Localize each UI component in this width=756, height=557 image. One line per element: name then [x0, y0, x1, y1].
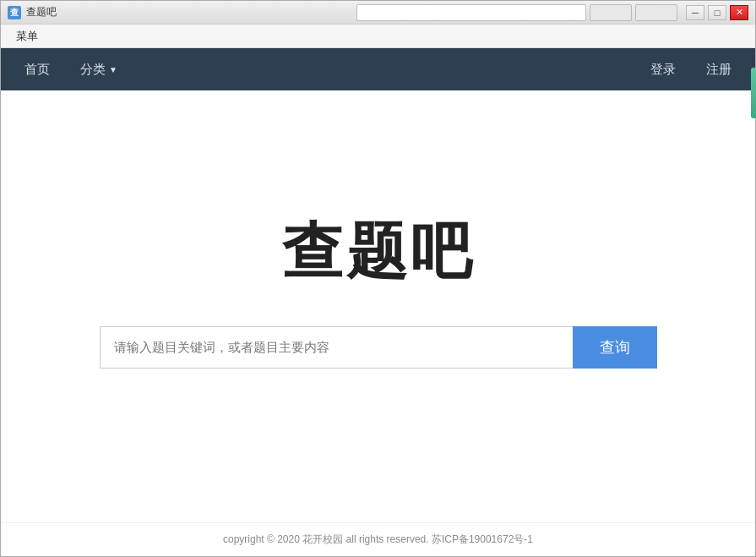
- window-controls: ─ □ ✕: [686, 5, 748, 20]
- right-edge-decoration: [751, 68, 756, 118]
- dropdown-arrow-icon: ▼: [109, 65, 117, 74]
- app-icon: 查: [8, 6, 21, 19]
- nav-right: 登录 注册: [644, 57, 738, 82]
- main-window: 查 查题吧 ─ □ ✕ 菜单 首页 分类 ▼ 登录 注册: [0, 0, 756, 557]
- window-title: 查题吧: [26, 5, 348, 19]
- nav-category-label: 分类: [80, 62, 106, 78]
- nav-login[interactable]: 登录: [644, 57, 683, 82]
- close-button[interactable]: ✕: [730, 5, 748, 20]
- footer: copyright © 2020 花开校园 all rights reserve…: [1, 522, 755, 556]
- nav-left: 首页 分类 ▼: [18, 57, 644, 82]
- main-content: 查题吧 查询: [1, 90, 755, 522]
- nav-bar: 首页 分类 ▼ 登录 注册: [1, 48, 755, 90]
- search-container: 查询: [100, 326, 657, 369]
- nav-register[interactable]: 注册: [699, 57, 738, 82]
- nav-category[interactable]: 分类 ▼: [73, 57, 124, 82]
- footer-text: copyright © 2020 花开校园 all rights reserve…: [223, 532, 533, 547]
- search-input[interactable]: [100, 326, 573, 369]
- title-bar: 查 查题吧 ─ □ ✕: [1, 1, 755, 25]
- menu-bar: 菜单: [1, 25, 755, 48]
- minimize-button[interactable]: ─: [686, 5, 704, 20]
- search-button[interactable]: 查询: [573, 326, 657, 369]
- menu-item-menu[interactable]: 菜单: [9, 29, 45, 44]
- site-title: 查题吧: [282, 211, 475, 292]
- maximize-button[interactable]: □: [708, 5, 726, 20]
- nav-home[interactable]: 首页: [18, 57, 57, 82]
